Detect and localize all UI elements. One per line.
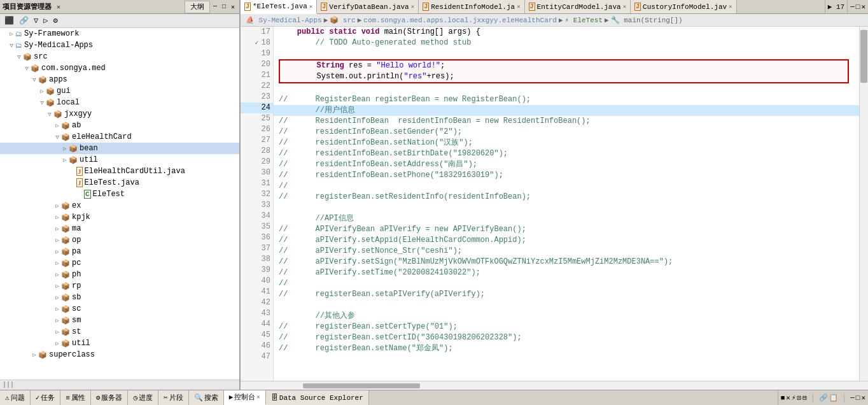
bottom-tab-problems[interactable]: ⚠ 问题	[0, 390, 31, 405]
bottom-tab-properties[interactable]: ≡ 属性	[60, 390, 91, 405]
tab-counter-label: ▶ 17	[828, 3, 844, 11]
tab-eletest-close-icon[interactable]: ✕	[309, 3, 312, 10]
link-editor-icon[interactable]: 🔗	[17, 15, 31, 26]
bottom-tab-search[interactable]: 🔍 搜索	[189, 390, 224, 405]
code-line-40: //	[274, 278, 859, 289]
tree-item-local[interactable]: ▽ 📦 local	[0, 97, 239, 108]
tab-java-icon: J	[244, 3, 251, 11]
code-line-23: // RegisterBean registerBean = new Regis…	[274, 94, 859, 105]
editor-minimize-icon[interactable]: ─	[850, 3, 855, 11]
vertical-scrollbar-thumb[interactable]	[860, 30, 867, 83]
tree-item-ex[interactable]: ▷ 📦 ex	[0, 200, 239, 211]
left-panel-close-icon[interactable]: ✕	[57, 3, 60, 11]
tree-item-eleTest-class[interactable]: C EleTest	[0, 188, 239, 200]
tree-item-sb[interactable]: ▷ 📦 sb	[0, 292, 239, 303]
code-lines[interactable]: public static void main(String[] args) {…	[274, 27, 859, 381]
editor-maximize-icon[interactable]: □	[856, 3, 860, 11]
bottom-btn-1[interactable]: ■	[781, 394, 785, 402]
bottom-btn-3[interactable]: ⚡	[792, 394, 796, 402]
collapse-all-icon[interactable]: ⬛	[3, 15, 16, 26]
tab-rim-close[interactable]: ✕	[517, 3, 520, 10]
tree-settings-icon[interactable]: ⚙	[51, 15, 59, 26]
bottom-btn-2[interactable]: ✕	[786, 394, 790, 402]
tab-counter: ▶ 17	[825, 0, 847, 13]
tab-residentinfomodel[interactable]: J ResidentInfoModel.ja ✕	[419, 0, 524, 13]
tree-item-apps[interactable]: ▽ 📦 apps	[0, 74, 239, 85]
tree-item-sc[interactable]: ▷ 📦 sc	[0, 303, 239, 315]
breadcrumb-sy-medical-apps[interactable]: ⛵ Sy-Medical-Apps	[246, 16, 322, 24]
breadcrumb-package[interactable]: com.songya.med.apps.local.jxxgyy.eleHeal…	[363, 17, 557, 24]
horizontal-scrollbar[interactable]	[241, 381, 868, 390]
tree-item-st[interactable]: ▷ 📦 st	[0, 326, 239, 338]
bottom-btn-7[interactable]: 📋	[829, 394, 838, 402]
bottom-tab-servers[interactable]: ⚙ 服务器	[91, 390, 129, 405]
tab-vdb-close[interactable]: ✕	[411, 3, 414, 10]
tree-item-kpjk[interactable]: ▷ 📦 kpjk	[0, 211, 239, 223]
code-line-19	[274, 48, 859, 59]
panel-minimize-icon[interactable]: ─	[211, 3, 219, 11]
code-line-35: // APIVerifyBean aPIVerify = new APIVeri…	[274, 224, 859, 235]
panel-maximize-icon[interactable]: □	[220, 3, 228, 11]
bottom-btn-4[interactable]: ⊡	[797, 394, 802, 402]
tree-item-rp[interactable]: ▷ 📦 rp	[0, 280, 239, 292]
tree-item-sm[interactable]: ▷ 📦 sm	[0, 315, 239, 326]
tree-item-com-songya-med[interactable]: ▽ 📦 com.songya.med	[0, 62, 239, 74]
tree-item-sy-framework[interactable]: ▷ 🗂 Sy-Framework	[0, 28, 239, 39]
bottom-tab-tasks[interactable]: ✓ 任务	[31, 390, 61, 405]
bottom-tab-snippets[interactable]: ✂ 片段	[158, 390, 189, 405]
tab-ecm-close[interactable]: ✕	[623, 3, 626, 10]
bottom-btn-close[interactable]: ✕	[861, 394, 865, 402]
bottom-btn-maximize[interactable]: □	[856, 394, 860, 402]
breadcrumb-method[interactable]: 🔧 main(String[])	[611, 16, 683, 24]
tab-entitycardmodel[interactable]: J EntityCardModel.java ✕	[525, 0, 631, 13]
tab-cim-icon: J	[634, 3, 641, 11]
line-num-20: 20	[241, 59, 273, 70]
bottom-separator2: |	[842, 394, 846, 402]
line-num-29: 29	[241, 157, 273, 167]
tree-item-sy-medical-apps[interactable]: ▽ 🗂 Sy-Medical-Apps	[0, 39, 239, 51]
tab-rim-label: ResidentInfoModel.ja	[431, 3, 515, 11]
panel-close-icon[interactable]: ✕	[229, 3, 237, 11]
bottom-btn-minimize[interactable]: ─	[850, 394, 855, 402]
tab-eletest[interactable]: J *EleTest.java ✕	[241, 0, 317, 14]
search-label: 搜索	[204, 393, 218, 402]
tree-toolbar: ⬛ 🔗 ▽ ▷ ⚙	[0, 14, 239, 28]
tree-item-eleTest-java[interactable]: J EleTest.java	[0, 177, 239, 188]
code-line-43: //其他入参	[274, 311, 859, 322]
tree-item-superclass[interactable]: ▷ 📦 superclass	[0, 349, 239, 360]
line-num-19: 19	[241, 48, 273, 59]
tree-item-gui[interactable]: ▷ 📦 gui	[0, 85, 239, 97]
tree-filter-icon[interactable]: ▷	[41, 15, 50, 26]
tree-item-util[interactable]: ▷ 📦 util	[0, 154, 239, 166]
tree-item-ph[interactable]: ▷ 📦 ph	[0, 269, 239, 280]
tab-outline[interactable]: 大纲	[185, 1, 210, 13]
vertical-scrollbar[interactable]	[859, 27, 868, 381]
tree-menu-icon[interactable]: ▽	[32, 15, 40, 26]
code-line-20: String res = "Hello world!";	[280, 60, 848, 71]
tree-item-pa[interactable]: ▷ 📦 pa	[0, 246, 239, 257]
breadcrumb-class[interactable]: ⚡ EleTest	[565, 16, 603, 24]
tree-item-eleHealthCardUtil[interactable]: J EleHealthCardUtil.java	[0, 166, 239, 177]
tab-custoryinfomodel[interactable]: J CustoryInfoModel.jav ✕	[631, 0, 736, 13]
tab-cim-label: CustoryInfoModel.jav	[643, 3, 727, 11]
bottom-btn-5[interactable]: ⊟	[802, 394, 807, 402]
bottom-tab-console[interactable]: ▶ 控制台 ✕	[224, 390, 266, 405]
editor-close-icon[interactable]: ✕	[861, 3, 865, 11]
tree-item-jxxgyy[interactable]: ▽ 📦 jxxgyy	[0, 108, 239, 120]
tree-item-pc[interactable]: ▷ 📦 pc	[0, 257, 239, 269]
tab-verifydatabean[interactable]: J VerifyDataBean.java ✕	[317, 0, 419, 13]
bottom-tab-progress[interactable]: ◷ 进度	[128, 390, 158, 405]
tree-item-ab[interactable]: ▷ 📦 ab	[0, 120, 239, 131]
tree-item-ma[interactable]: ▷ 📦 ma	[0, 223, 239, 234]
tree-item-eleHealthCard[interactable]: ▽ 📦 eleHealthCard	[0, 131, 239, 143]
tree-item-util2[interactable]: ▷ 📦 util	[0, 338, 239, 349]
tree-item-op[interactable]: ▷ 📦 op	[0, 234, 239, 246]
console-close-icon[interactable]: ✕	[256, 394, 260, 401]
horizontal-scrollbar-thumb[interactable]	[303, 383, 420, 388]
tree-item-bean[interactable]: ▷ 📦 bean	[0, 143, 239, 154]
tab-cim-close[interactable]: ✕	[729, 3, 732, 10]
tree-item-src[interactable]: ▽ 📦 src	[0, 51, 239, 62]
bottom-tab-datasource[interactable]: 🗄 Data Source Explorer	[266, 390, 369, 405]
bottom-btn-6[interactable]: 🔗	[819, 394, 828, 402]
breadcrumb-src[interactable]: 📦 src	[330, 16, 355, 24]
